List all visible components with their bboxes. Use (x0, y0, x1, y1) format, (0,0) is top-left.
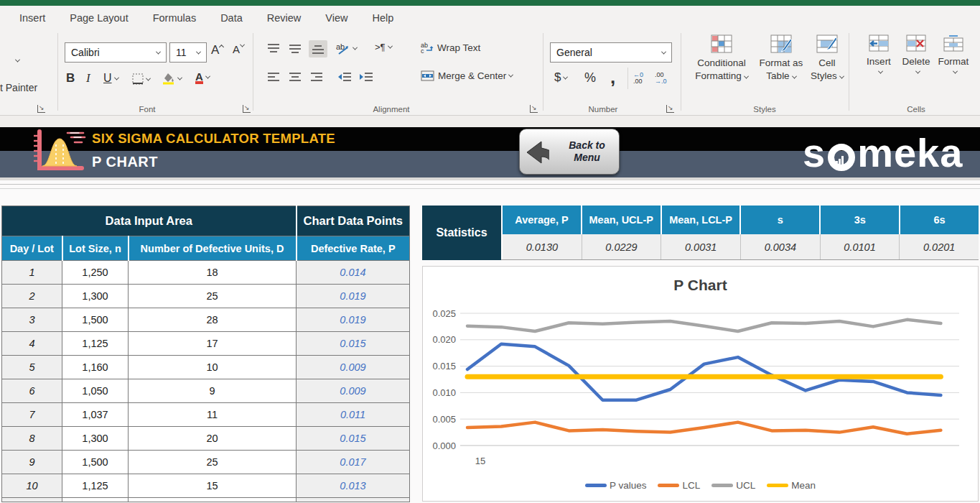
cell-defects[interactable]: 11 (129, 403, 297, 427)
cell-day[interactable]: 7 (2, 403, 62, 427)
align-center-icon[interactable] (289, 72, 302, 83)
alignment-dialog-launcher-icon[interactable]: ↘ (530, 105, 538, 113)
cell-lot-size[interactable]: 1,125 (62, 474, 129, 498)
cell-lot-size[interactable]: 1,050 (62, 379, 129, 403)
stat-value-cell[interactable]: 0.0229 (582, 234, 661, 259)
text-direction-icon[interactable]: >¶ (375, 42, 392, 52)
number-format-combo[interactable]: General (550, 42, 672, 63)
tab-insert[interactable]: Insert (7, 12, 57, 24)
fill-color-icon[interactable] (162, 72, 182, 85)
cell-day[interactable]: 3 (2, 308, 62, 332)
align-middle-icon[interactable] (289, 43, 302, 54)
merge-center-button[interactable]: Merge & Center (421, 70, 513, 81)
cell-rate[interactable]: 0.019 (297, 285, 410, 308)
font-color-icon[interactable]: A (195, 70, 210, 84)
legend-item[interactable]: UCL (711, 480, 755, 491)
cell-lot-size[interactable]: 1,250 (62, 261, 129, 285)
font-dialog-launcher-icon[interactable]: ↘ (243, 105, 251, 113)
font-name-combo[interactable]: Calibri (65, 42, 167, 63)
cell-lot-size[interactable]: 1,500 (62, 451, 129, 474)
cell-defects[interactable]: 10 (129, 356, 297, 379)
tab-data[interactable]: Data (208, 12, 255, 24)
tab-help[interactable]: Help (360, 12, 406, 24)
p-chart-panel[interactable]: P Chart 0.0000.0050.0100.0150.0200.02515… (422, 266, 979, 502)
cell-lot-size[interactable]: 1,160 (62, 356, 129, 379)
increase-indent-icon[interactable] (359, 72, 373, 83)
clipboard-dialog-launcher-icon[interactable]: ↘ (37, 105, 45, 113)
paste-chevron-icon[interactable] (15, 57, 20, 63)
decrease-indent-icon[interactable] (337, 72, 352, 83)
decrease-decimal-icon[interactable]: .00→.0 (655, 72, 667, 85)
cell-rate[interactable]: 0.011 (297, 403, 410, 427)
legend-item[interactable]: Mean (767, 480, 816, 491)
cell-defects[interactable]: 17 (129, 332, 297, 356)
cell-day[interactable]: 8 (2, 427, 62, 451)
align-top-icon[interactable] (267, 43, 280, 54)
stat-value-cell[interactable]: 0.0101 (820, 234, 900, 259)
tab-review[interactable]: Review (255, 12, 314, 24)
align-left-icon[interactable] (267, 72, 280, 83)
cell-defects[interactable]: 15 (129, 474, 297, 498)
cell-defects[interactable]: 25 (129, 451, 297, 474)
cell-rate[interactable]: 0.009 (297, 356, 410, 379)
cell-day[interactable]: 6 (2, 379, 62, 403)
increase-decimal-icon[interactable]: ←0.00 (633, 72, 643, 85)
cell-defects[interactable]: 25 (129, 285, 297, 308)
cell-defects[interactable]: 18 (129, 261, 297, 285)
format-as-table-button[interactable]: Format as Table (755, 34, 807, 82)
stat-value-cell[interactable]: 0.0201 (899, 234, 979, 259)
tab-formulas[interactable]: Formulas (141, 12, 208, 24)
comma-style-icon[interactable]: , (610, 66, 615, 88)
cell-day[interactable]: 9 (2, 451, 62, 474)
underline-button[interactable]: U (103, 72, 118, 85)
cell-rate[interactable]: 0.015 (297, 427, 410, 451)
cell-day[interactable]: 4 (2, 332, 62, 356)
cell-rate[interactable]: 0.014 (297, 261, 410, 285)
cell-day[interactable]: 5 (2, 356, 62, 379)
italic-button[interactable]: I (86, 71, 90, 86)
orientation-icon[interactable]: ab (336, 42, 357, 55)
font-size-combo[interactable]: 11 (169, 42, 207, 63)
cell-rate[interactable]: 0.009 (297, 379, 410, 403)
shrink-font-icon[interactable]: A (233, 43, 244, 55)
cell-defects[interactable]: 9 (129, 379, 297, 403)
cell-defects[interactable]: 20 (129, 427, 297, 451)
cell-day[interactable]: 10 (2, 474, 62, 498)
back-to-menu-button[interactable]: Back to Menu (519, 129, 620, 175)
cell-lot-size[interactable]: 1,125 (62, 332, 129, 356)
format-painter-partial-label[interactable]: t Painter (0, 82, 37, 93)
svg-text:0.000: 0.000 (432, 440, 456, 451)
cell-day[interactable]: 2 (2, 285, 62, 308)
cell-rate[interactable]: 0.019 (297, 308, 410, 332)
grow-font-icon[interactable]: A (211, 43, 223, 57)
number-dialog-launcher-icon[interactable]: ↘ (666, 105, 674, 113)
cell-rate[interactable]: 0.013 (297, 474, 410, 498)
stat-value-cell[interactable]: 0.0034 (740, 234, 820, 259)
format-cells-button[interactable]: Format (935, 34, 972, 74)
wrap-text-button[interactable]: abc Wrap Text (421, 42, 480, 53)
tab-page-layout[interactable]: Page Layout (57, 12, 140, 24)
borders-icon[interactable] (132, 73, 150, 85)
legend-item[interactable]: LCL (658, 480, 700, 491)
bold-button[interactable]: B (66, 71, 75, 86)
delete-cells-button[interactable]: Delete (897, 34, 935, 74)
tab-view[interactable]: View (313, 12, 360, 24)
cell-defects[interactable]: 28 (129, 308, 297, 332)
legend-item[interactable]: P values (585, 480, 647, 491)
cell-lot-size[interactable]: 1,300 (62, 285, 129, 308)
cell-rate[interactable]: 0.017 (297, 451, 410, 474)
cell-styles-button[interactable]: Cell Styles (807, 34, 847, 82)
cell-lot-size[interactable]: 1,500 (62, 308, 129, 332)
cell-lot-size[interactable]: 1,300 (62, 427, 129, 451)
insert-cells-button[interactable]: Insert (860, 34, 897, 74)
currency-icon[interactable]: $ (554, 70, 567, 85)
align-right-icon[interactable] (310, 72, 323, 83)
stat-value-cell[interactable]: 0.0130 (501, 234, 582, 259)
align-bottom-icon[interactable] (309, 40, 327, 57)
cell-lot-size[interactable]: 1,037 (62, 403, 129, 427)
cell-rate[interactable]: 0.015 (297, 332, 410, 356)
percent-icon[interactable]: % (584, 70, 596, 86)
stat-value-cell[interactable]: 0.0031 (661, 234, 740, 259)
cell-day[interactable]: 1 (2, 261, 62, 285)
conditional-formatting-button[interactable]: Conditional Formatting (691, 34, 752, 82)
